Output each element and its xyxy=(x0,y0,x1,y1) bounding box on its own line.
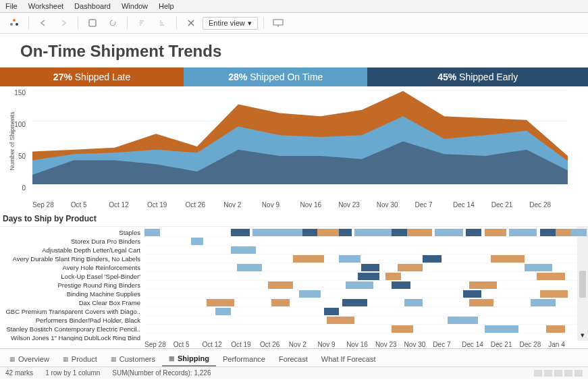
gantt-bar[interactable] xyxy=(509,229,537,236)
gantt-bar[interactable] xyxy=(540,290,568,298)
gantt-bar[interactable] xyxy=(354,229,392,236)
gantt-bar[interactable] xyxy=(346,281,373,289)
gantt-bar[interactable] xyxy=(485,325,518,333)
x-tick: Jan 4 xyxy=(548,341,577,348)
gantt-bar[interactable] xyxy=(271,299,290,306)
gantt-area[interactable] xyxy=(144,227,577,341)
gantt-bar[interactable] xyxy=(339,229,351,236)
gantt-bar[interactable] xyxy=(407,229,432,236)
scroll-down-icon[interactable]: ▾ xyxy=(581,331,585,340)
gantt-bar[interactable] xyxy=(339,255,360,263)
product-label: Performers Binder/Pad Holder, Black xyxy=(0,316,144,325)
gantt-bar[interactable] xyxy=(317,229,339,236)
gantt-bar[interactable] xyxy=(525,264,552,271)
sort-asc-button[interactable] xyxy=(133,16,151,30)
menu-bar: File Worksheet Dashboard Window Help xyxy=(0,0,588,13)
plot-area[interactable] xyxy=(32,90,568,184)
scroll-thumb[interactable] xyxy=(579,271,586,298)
gantt-bar[interactable] xyxy=(191,238,203,245)
gantt-bar[interactable] xyxy=(404,299,423,306)
gantt-bar[interactable] xyxy=(361,264,379,271)
gantt-scrollbar[interactable]: ▴▾ xyxy=(577,227,588,341)
gantt-bar[interactable] xyxy=(237,264,262,271)
refresh-button[interactable] xyxy=(104,16,122,30)
gantt-bar[interactable] xyxy=(293,255,324,263)
gantt-bar[interactable] xyxy=(252,229,302,236)
x-tick: Dec 14 xyxy=(453,201,491,209)
kpi-ontime-pct: 28% xyxy=(228,72,247,82)
tab-whatif[interactable]: What If Forecast xyxy=(315,352,383,367)
gantt-bar[interactable] xyxy=(531,299,556,306)
gantt-bar[interactable] xyxy=(571,229,587,236)
grid-icon: ▦ xyxy=(63,356,69,362)
view-icon[interactable] xyxy=(564,370,572,377)
x-tick: Nov 30 xyxy=(377,201,415,209)
gantt-bar[interactable] xyxy=(144,229,160,236)
gantt-row xyxy=(144,316,577,325)
gantt-bar[interactable] xyxy=(466,229,481,236)
tab-overview[interactable]: ▦Overview xyxy=(3,352,56,367)
x-axis: Sep 28Oct 5Oct 12Oct 19Oct 26Nov 2Nov 9N… xyxy=(32,201,568,209)
menu-dashboard[interactable]: Dashboard xyxy=(74,2,111,10)
back-button[interactable] xyxy=(34,16,52,30)
gantt-bar[interactable] xyxy=(469,281,497,289)
view-icon[interactable] xyxy=(574,370,583,377)
gantt-bar[interactable] xyxy=(448,317,479,324)
gantt-bar[interactable] xyxy=(392,281,410,289)
menu-window[interactable]: Window xyxy=(122,2,148,10)
gantt-bar[interactable] xyxy=(231,229,249,236)
gantt-bar[interactable] xyxy=(327,317,354,324)
svg-point-1 xyxy=(10,23,13,26)
sort-desc-button[interactable] xyxy=(153,16,171,30)
view-icon[interactable] xyxy=(534,370,542,377)
tab-performance[interactable]: Performance xyxy=(216,352,272,367)
tab-customers[interactable]: ▦Customers xyxy=(104,352,162,367)
x-tick: Dec 7 xyxy=(433,341,462,348)
gantt-bar[interactable] xyxy=(392,229,407,236)
x-tick: Dec 14 xyxy=(462,341,491,348)
gantt-bar[interactable] xyxy=(231,246,256,254)
gantt-bar[interactable] xyxy=(546,325,564,333)
gantt-bar[interactable] xyxy=(556,229,571,236)
fit-selector[interactable]: Entire view ▾ xyxy=(203,17,258,30)
gantt-row xyxy=(144,298,577,307)
gantt-bar[interactable] xyxy=(463,290,481,298)
gantt-bar[interactable] xyxy=(358,273,379,280)
view-icon[interactable] xyxy=(544,370,552,377)
gantt-bar[interactable] xyxy=(469,299,494,306)
save-button[interactable] xyxy=(84,16,101,30)
gantt-bar[interactable] xyxy=(392,325,413,333)
x-tick: Sep 28 xyxy=(32,201,71,209)
menu-file[interactable]: File xyxy=(5,2,18,10)
gantt-bar[interactable] xyxy=(207,299,234,306)
gantt-bar[interactable] xyxy=(423,255,441,263)
gantt-bar[interactable] xyxy=(324,308,340,315)
y-tick: 150 xyxy=(14,89,26,97)
gantt-bar[interactable] xyxy=(299,290,321,298)
x-tick: Oct 19 xyxy=(147,201,186,209)
tab-forecast[interactable]: Forecast xyxy=(272,352,315,367)
gantt-row xyxy=(144,228,577,237)
forward-button[interactable] xyxy=(55,16,72,30)
gantt-bar[interactable] xyxy=(385,273,401,280)
gantt-bar[interactable] xyxy=(302,229,318,236)
clear-button[interactable] xyxy=(182,16,200,30)
gantt-bar[interactable] xyxy=(435,229,462,236)
gantt-bar[interactable] xyxy=(342,299,367,306)
view-icon[interactable] xyxy=(554,370,562,377)
menu-help[interactable]: Help xyxy=(159,2,174,10)
tab-shipping[interactable]: ▦Shipping xyxy=(162,352,216,367)
gantt-bar[interactable] xyxy=(537,273,564,280)
tab-product[interactable]: ▦Product xyxy=(56,352,104,367)
menu-worksheet[interactable]: Worksheet xyxy=(28,2,63,10)
gantt-bar[interactable] xyxy=(268,281,293,289)
gantt-bar[interactable] xyxy=(485,229,506,236)
gantt-bar[interactable] xyxy=(491,255,525,263)
presentation-button[interactable] xyxy=(269,16,287,30)
x-tick: Nov 2 xyxy=(223,201,262,209)
gantt-row xyxy=(144,290,577,298)
svg-rect-3 xyxy=(89,20,96,26)
gantt-bar[interactable] xyxy=(540,229,556,236)
gantt-bar[interactable] xyxy=(398,264,423,271)
gantt-bar[interactable] xyxy=(215,308,231,315)
